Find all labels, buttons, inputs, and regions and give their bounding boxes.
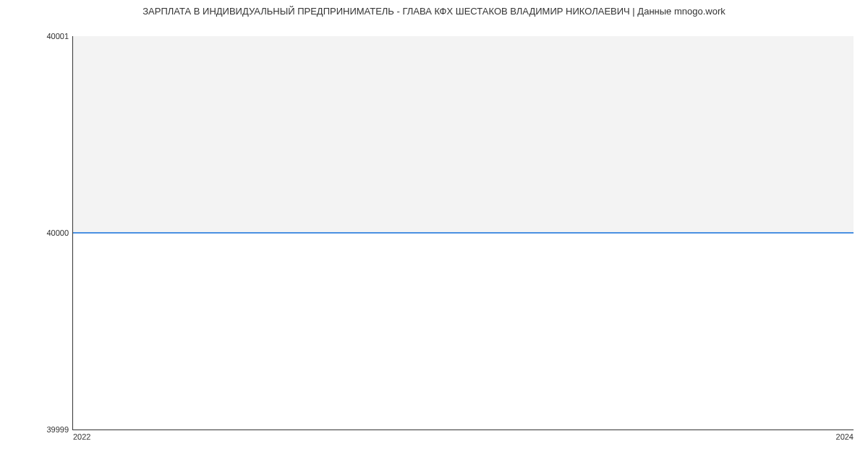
x-tick-label: 2022: [73, 430, 90, 441]
plot-area: 40001 40000 39999 2022 2024: [72, 36, 854, 430]
y-tick-label: 40001: [46, 32, 73, 40]
data-line: [73, 232, 854, 234]
plot-background-lower: [73, 233, 854, 430]
y-tick-label: 39999: [46, 425, 73, 434]
x-tick-label: 2024: [836, 430, 854, 441]
y-tick-label: 40000: [46, 228, 73, 237]
plot-background-upper: [73, 36, 854, 233]
chart-title: ЗАРПЛАТА В ИНДИВИДУАЛЬНЫЙ ПРЕДПРИНИМАТЕЛ…: [0, 0, 868, 17]
chart-container: 40001 40000 39999 2022 2024: [72, 22, 854, 445]
